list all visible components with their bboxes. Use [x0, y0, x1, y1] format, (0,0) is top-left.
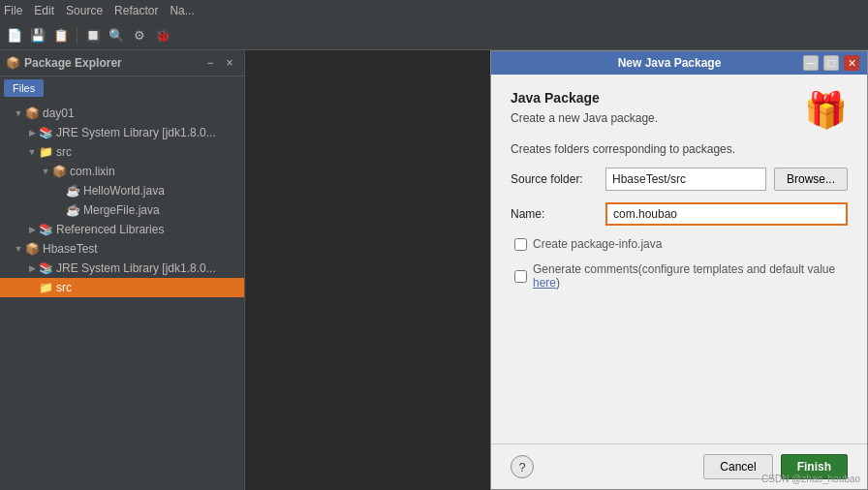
- dialog-header: Java Package Create a new Java package. …: [511, 90, 848, 131]
- label-hbasetest: HbaseTest: [43, 242, 98, 256]
- main-area: 📦 Package Explorer − × Files ▼ 📦 day01: [0, 50, 868, 490]
- checkbox-row-2: Generate comments(configure templates an…: [511, 262, 848, 290]
- tree-item-src-hbasetest[interactable]: 📁 src: [0, 278, 244, 297]
- generate-comments-checkbox[interactable]: [514, 270, 527, 283]
- toolbar-btn-3[interactable]: ⚙: [129, 25, 150, 46]
- toolbar: 📄 💾 📋 🔲 🔍 ⚙ 🐞: [0, 21, 868, 50]
- menu-navigate[interactable]: Na...: [170, 4, 194, 17]
- tree-item-reflibs[interactable]: ▶ 📚 Referenced Libraries: [0, 220, 244, 239]
- tree-item-jre-day01[interactable]: ▶ 📚 JRE System Library [jdk1.8.0...: [0, 123, 244, 142]
- menu-file[interactable]: File: [4, 4, 22, 17]
- name-input[interactable]: [605, 202, 848, 226]
- dialog-main-title: Java Package: [511, 90, 658, 106]
- sidebar: 📦 Package Explorer − × Files ▼ 📦 day01: [0, 50, 245, 490]
- title-buttons: ─ □ ✕: [801, 55, 859, 71]
- arrow-reflibs: ▶: [27, 225, 37, 234]
- file-tree: ▼ 📦 day01 ▶ 📚 JRE System Library [jdk1.8…: [0, 100, 244, 490]
- tree-item-day01[interactable]: ▼ 📦 day01: [0, 104, 244, 123]
- dialog-description: Creates folders corresponding to package…: [511, 142, 848, 156]
- toolbar-separator-1: [77, 27, 78, 45]
- lib-icon-reflibs: 📚: [39, 223, 53, 236]
- pkg-icon-day01: 📦: [25, 107, 40, 120]
- sidebar-tabs: Files: [0, 77, 244, 100]
- label-jre-day01: JRE System Library [jdk1.8.0...: [56, 126, 216, 139]
- tree-item-comlixin[interactable]: ▼ 📦 com.lixin: [0, 162, 244, 181]
- menu-source[interactable]: Source: [66, 4, 103, 17]
- folder-icon-src-day01: 📁: [39, 145, 53, 159]
- dialog-header-text: Java Package Create a new Java package.: [511, 90, 658, 125]
- label-jre-hbasetest: JRE System Library [jdk1.8.0...: [56, 261, 216, 275]
- tab-files[interactable]: Files: [4, 79, 44, 97]
- name-label: Name:: [511, 207, 598, 221]
- menu-refactor[interactable]: Refactor: [114, 4, 158, 17]
- label-src-day01: src: [56, 145, 72, 159]
- checkbox-row-1: Create package-info.java: [511, 237, 848, 251]
- sidebar-actions: − ×: [202, 54, 238, 72]
- arrow-hbasetest: ▼: [14, 244, 23, 254]
- label-mergefile: MergeFile.java: [83, 203, 160, 217]
- pkg-icon-comlixin: 📦: [52, 165, 67, 178]
- java-icon-mergefile: ☕: [66, 203, 80, 217]
- label-comlixin: com.lixin: [70, 165, 115, 178]
- java-icon-helloworld: ☕: [66, 184, 80, 198]
- label-reflibs: Referenced Libraries: [56, 223, 164, 236]
- source-folder-label: Source folder:: [511, 172, 598, 186]
- tree-item-mergefile[interactable]: ☕ MergeFile.java: [0, 200, 244, 220]
- arrow-src-day01: ▼: [27, 147, 37, 157]
- arrow-mergefile: [54, 205, 64, 215]
- tree-item-jre-hbasetest[interactable]: ▶ 📚 JRE System Library [jdk1.8.0...: [0, 259, 244, 278]
- tree-item-helloworld[interactable]: ☕ HelloWorld.java: [0, 181, 244, 200]
- folder-icon-src-hbasetest: 📁: [39, 281, 53, 294]
- arrow-helloworld: [54, 186, 64, 196]
- tree-item-src-day01[interactable]: ▼ 📁 src: [0, 142, 244, 162]
- sidebar-close-button[interactable]: ×: [221, 54, 238, 72]
- browse-button[interactable]: Browse...: [774, 168, 848, 191]
- name-row: Name:: [511, 202, 848, 226]
- dialog-package-icon: 🎁: [804, 90, 848, 131]
- arrow-jre-day01: ▶: [27, 128, 37, 138]
- create-package-info-label: Create package-info.java: [533, 237, 662, 251]
- pkg-icon-hbasetest: 📦: [25, 242, 40, 256]
- close-button[interactable]: ✕: [844, 55, 859, 71]
- package-explorer-icon: 📦: [6, 56, 20, 70]
- sidebar-title: 📦 Package Explorer: [6, 56, 122, 70]
- sidebar-minimize-button[interactable]: −: [202, 54, 219, 72]
- arrow-jre-hbasetest: ▶: [27, 263, 37, 273]
- dialog-titlebar: New Java Package ─ □ ✕: [491, 51, 867, 75]
- dialog-title: New Java Package: [538, 56, 801, 70]
- tree-item-hbasetest[interactable]: ▼ 📦 HbaseTest: [0, 239, 244, 259]
- arrow-src-hbasetest: [27, 283, 37, 292]
- minimize-button[interactable]: ─: [803, 55, 819, 71]
- menu-bar: File Edit Source Refactor Na...: [0, 0, 868, 21]
- source-folder-row: Source folder: Browse...: [511, 168, 848, 191]
- create-package-info-checkbox[interactable]: [514, 238, 527, 251]
- maximize-button[interactable]: □: [823, 55, 839, 71]
- generate-comments-label: Generate comments(configure templates an…: [533, 262, 848, 290]
- save-button[interactable]: 💾: [27, 25, 48, 46]
- help-button[interactable]: ?: [511, 455, 534, 478]
- jre-icon-hbasetest: 📚: [39, 261, 53, 275]
- arrow-comlixin: ▼: [41, 167, 50, 176]
- dialog-body: Java Package Create a new Java package. …: [491, 75, 867, 444]
- new-button[interactable]: 📄: [4, 25, 25, 46]
- sidebar-header: 📦 Package Explorer − ×: [0, 50, 244, 77]
- jre-icon-day01: 📚: [39, 126, 53, 139]
- new-java-package-dialog: New Java Package ─ □ ✕ Java Package Crea…: [490, 50, 868, 490]
- dialog-subtitle: Create a new Java package.: [511, 111, 658, 125]
- label-day01: day01: [43, 107, 75, 120]
- toolbar-btn-2[interactable]: 🔍: [106, 25, 127, 46]
- menu-edit[interactable]: Edit: [34, 4, 54, 17]
- sidebar-title-text: Package Explorer: [24, 56, 122, 70]
- label-helloworld: HelloWorld.java: [83, 184, 165, 198]
- debug-button[interactable]: 🐞: [152, 25, 173, 46]
- label-src-hbasetest: src: [56, 281, 72, 294]
- toolbar-btn-1[interactable]: 🔲: [82, 25, 104, 46]
- arrow-day01: ▼: [14, 108, 23, 118]
- copy-button[interactable]: 📋: [50, 25, 72, 46]
- source-folder-input[interactable]: [605, 168, 766, 191]
- watermark: CSDN @zhao_houbao: [761, 474, 860, 484]
- here-link[interactable]: here: [533, 276, 556, 290]
